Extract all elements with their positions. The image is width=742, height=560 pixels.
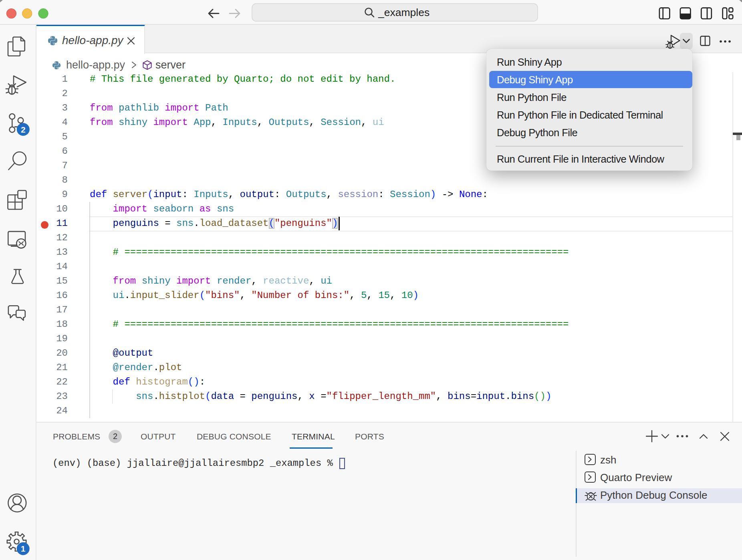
svg-text:2: 2	[21, 125, 26, 134]
svg-text:1: 1	[21, 544, 26, 553]
